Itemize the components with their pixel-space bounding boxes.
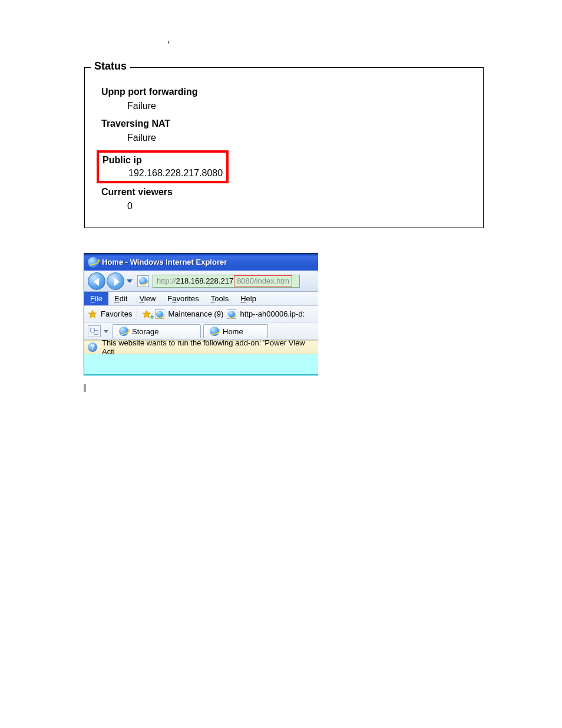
menu-file[interactable]: File [84,292,108,305]
quick-tabs-dropdown[interactable] [103,325,110,337]
menu-bar: File Edit View Favorites Tools Help [84,292,318,306]
upnp-label: Upnp port forwarding [101,87,471,97]
titlebar[interactable]: Home - Windows Internet Explorer [84,253,318,271]
address-bar[interactable]: http://218.168.228.2178080/index.htm [153,275,300,288]
quick-tabs-button[interactable] [88,325,101,337]
menu-tools[interactable]: Tools [205,292,234,305]
forward-button[interactable] [107,272,124,290]
star-icon[interactable] [88,309,97,319]
page-icon [155,309,164,319]
tab-bar: Storage Home [84,322,318,340]
ie-icon [88,257,98,268]
info-icon: ? [88,342,97,352]
tab-label: Storage [132,327,159,336]
menu-favorites[interactable]: Favorites [161,292,204,305]
page-content-area [84,354,318,375]
back-button[interactable] [88,272,105,290]
url-port-path-highlight: 8080/index.htm [234,275,292,286]
page-icon [227,309,236,319]
svg-marker-1 [143,310,151,318]
stray-char: , [167,34,170,45]
menu-help[interactable]: Help [234,292,262,305]
public-ip-highlight: Public ip 192.168.228.217.8080 [97,150,229,183]
fav-link-ipd[interactable]: http--ah00006.ip-d: [240,309,305,318]
status-legend: Status [91,60,130,73]
viewers-label: Current viewers [101,187,471,197]
ie-icon [119,327,128,336]
window-title: Home - Windows Internet Explorer [102,258,227,266]
window-shadow [84,384,86,392]
information-bar[interactable]: ? This website wants to run the followin… [84,340,318,354]
upnp-value: Failure [127,101,471,111]
fav-link-maintenance[interactable]: Maintenance (9) [168,309,223,318]
tab-home[interactable]: Home [203,324,268,338]
menu-edit[interactable]: Edit [108,292,133,305]
favorites-bar: Favorites Maintenance (9) http--ah00006.… [84,306,318,322]
menu-view[interactable]: View [133,292,161,305]
tab-storage[interactable]: Storage [113,324,201,338]
nat-label: Traversing NAT [101,118,471,129]
nat-value: Failure [127,133,471,143]
url-protocol: http:// [153,276,176,285]
add-favorite-icon[interactable] [142,309,151,319]
nav-toolbar: http://218.168.228.2178080/index.htm [84,271,318,292]
ie-window: Home - Windows Internet Explorer http://… [84,253,318,375]
status-panel: Status Upnp port forwarding Failure Trav… [84,67,484,228]
nav-history-dropdown[interactable] [125,277,134,285]
url-host: 218.168.228.217 [176,276,234,285]
infobar-text: This website wants to run the following … [102,338,315,356]
ip-value: 192.168.228.217.8080 [128,168,223,179]
ie-icon [210,327,219,336]
svg-marker-0 [88,310,96,318]
separator [137,308,137,320]
ip-label: Public ip [103,155,223,166]
viewers-value: 0 [127,201,471,212]
address-ie-icon[interactable] [137,275,149,287]
favorites-label[interactable]: Favorites [101,309,132,318]
tab-label: Home [223,327,243,336]
